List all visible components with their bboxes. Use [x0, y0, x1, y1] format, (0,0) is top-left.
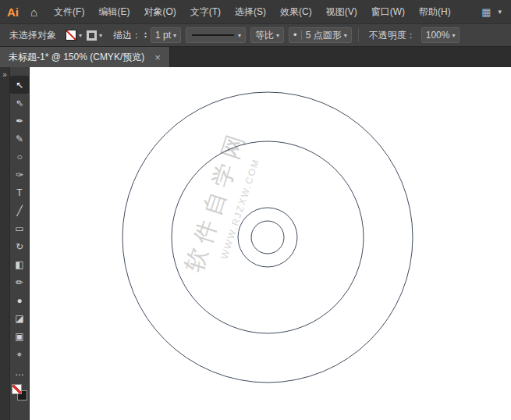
main-menus: 文件(F) 编辑(E) 对象(O) 文字(T) 选择(S) 效果(C) 视图(V…	[47, 0, 458, 23]
chevron-down-icon[interactable]: ▾	[79, 32, 82, 39]
chevron-down-icon[interactable]: ▾	[173, 32, 176, 39]
curvature-icon: ✎	[16, 133, 23, 144]
circle-middle[interactable]	[172, 141, 364, 333]
type-tool[interactable]: T	[10, 183, 29, 201]
pen-icon: ✒	[16, 116, 23, 126]
chevron-down-icon[interactable]: ▾	[99, 32, 102, 39]
app-logo[interactable]: Ai	[7, 5, 19, 19]
document-title: 未标题-1* @ 150% (CMYK/预览)	[9, 51, 144, 64]
fill-color-control[interactable]: ▾	[66, 30, 82, 41]
rotate-icon: ↻	[16, 241, 23, 252]
blob-brush-icon: ●	[16, 295, 22, 306]
chevron-down-icon[interactable]: ▾	[276, 32, 279, 39]
menu-bar-right: ▦ ▾	[481, 6, 502, 18]
chevron-down-icon[interactable]: ▾	[452, 32, 455, 39]
tools-panel: ↖ ⇖ ✒ ✎ ○ ✑ T ╱ ▭ ↻ ◧ ✏ ● ◪ ▣ ⌖ …	[10, 67, 30, 420]
menu-object[interactable]: 对象(O)	[137, 0, 183, 23]
menu-file[interactable]: 文件(F)	[47, 0, 91, 23]
menu-effect[interactable]: 效果(C)	[273, 0, 319, 23]
close-icon[interactable]: ×	[154, 52, 161, 63]
opacity-combo[interactable]: 100% ▾	[421, 27, 460, 43]
zoom-tool[interactable]: ⌖	[10, 345, 29, 363]
workspace-switcher-icon[interactable]: ▦	[481, 6, 491, 18]
fill-none-indicator[interactable]	[12, 384, 22, 394]
stroke-style-combo[interactable]: ▾	[186, 27, 246, 43]
line-tool[interactable]: ╱	[10, 201, 29, 219]
expand-panels-icon[interactable]: »	[0, 70, 9, 80]
stroke-line-preview-icon	[192, 34, 234, 36]
paintbrush-tool[interactable]: ✑	[10, 166, 29, 183]
paintbrush-icon: ✑	[16, 169, 23, 180]
document-tab-bar: 未标题-1* @ 150% (CMYK/预览) ×	[0, 47, 511, 67]
separator	[301, 30, 302, 41]
curvature-tool[interactable]: ✎	[10, 130, 29, 148]
menu-view[interactable]: 视图(V)	[319, 0, 364, 23]
ellipse-icon: ○	[16, 151, 22, 162]
selection-tool[interactable]: ↖	[10, 76, 29, 94]
artwork	[30, 67, 511, 420]
stroke-swatch-icon[interactable]	[87, 30, 97, 41]
artboard-icon: ▣	[15, 331, 23, 342]
eraser-icon: ◪	[15, 313, 23, 324]
selection-icon: ↖	[16, 80, 23, 91]
canvas[interactable]: 软件自学网 WWW.RJZXW.COM	[30, 67, 511, 420]
menu-edit[interactable]: 编辑(E)	[91, 0, 137, 23]
menu-help[interactable]: 帮助(H)	[412, 0, 458, 23]
type-icon: T	[16, 187, 22, 198]
ellipsis-icon: …	[15, 367, 24, 378]
direct-selection-icon: ⇖	[16, 98, 23, 109]
selection-status: 未选择对象	[9, 29, 56, 42]
circle-inner-hole[interactable]	[251, 221, 284, 254]
pencil-icon: ✏	[16, 277, 23, 288]
document-tab[interactable]: 未标题-1* @ 150% (CMYK/预览) ×	[0, 47, 170, 67]
menu-bar: Ai ⌂ 文件(F) 编辑(E) 对象(O) 文字(T) 选择(S) 效果(C)…	[0, 0, 511, 23]
width-profile-combo[interactable]: 等比 ▾	[250, 27, 284, 43]
circle-outer[interactable]	[122, 92, 413, 383]
blob-brush-tool[interactable]: ●	[10, 291, 29, 309]
menu-select[interactable]: 选择(S)	[228, 0, 273, 23]
zoom-icon: ⌖	[17, 349, 23, 360]
artboard-tool[interactable]: ▣	[10, 327, 29, 345]
brush-name-value: 5 点圆形	[306, 29, 342, 42]
menu-type[interactable]: 文字(T)	[183, 0, 228, 23]
width-profile-value: 等比	[255, 29, 274, 42]
rotate-tool[interactable]: ↻	[10, 237, 29, 255]
home-icon[interactable]: ⌂	[30, 5, 37, 19]
separator	[358, 28, 359, 42]
stroke-color-control[interactable]: ▾	[87, 30, 102, 41]
fill-stroke-widget[interactable]	[11, 384, 28, 404]
stroke-weight-label: 描边：	[113, 29, 141, 42]
chevron-down-icon[interactable]: ▾	[498, 8, 502, 16]
gradient-tool[interactable]: ◧	[10, 255, 29, 273]
pencil-tool[interactable]: ✏	[10, 273, 29, 291]
stepper-down-icon[interactable]: ▾	[144, 35, 147, 39]
direct-selection-tool[interactable]: ⇖	[10, 94, 29, 112]
control-bar: 未选择对象 ▾ ▾ 描边： ▴ ▾ 1 pt ▾ ▾ 等比 ▾ •	[0, 23, 511, 47]
opacity-label: 不透明度：	[369, 29, 416, 42]
edit-toolbar-button[interactable]: …	[10, 363, 29, 381]
stroke-weight-stepper[interactable]: ▴ ▾	[144, 31, 147, 39]
rectangle-icon: ▭	[15, 223, 23, 234]
opacity-value: 100%	[426, 30, 450, 41]
gradient-icon: ◧	[15, 259, 23, 270]
stroke-weight-value: 1 pt	[155, 30, 171, 41]
eraser-tool[interactable]: ◪	[10, 309, 29, 327]
menu-window[interactable]: 窗口(W)	[364, 0, 412, 23]
chevron-down-icon[interactable]: ▾	[238, 32, 241, 39]
rectangle-tool[interactable]: ▭	[10, 219, 29, 237]
brush-dot-icon: •	[293, 31, 297, 39]
fill-none-swatch[interactable]	[66, 30, 76, 41]
ellipse-tool[interactable]: ○	[10, 148, 29, 166]
circle-inner-ring[interactable]	[238, 208, 297, 267]
brush-definition-combo[interactable]: • 5 点圆形 ▾	[289, 27, 352, 43]
collapsed-panel-rail: »	[0, 67, 10, 420]
stroke-weight-combo[interactable]: 1 pt ▾	[151, 27, 181, 43]
pen-tool[interactable]: ✒	[10, 112, 29, 130]
line-icon: ╱	[16, 205, 22, 216]
chevron-down-icon[interactable]: ▾	[344, 32, 347, 39]
